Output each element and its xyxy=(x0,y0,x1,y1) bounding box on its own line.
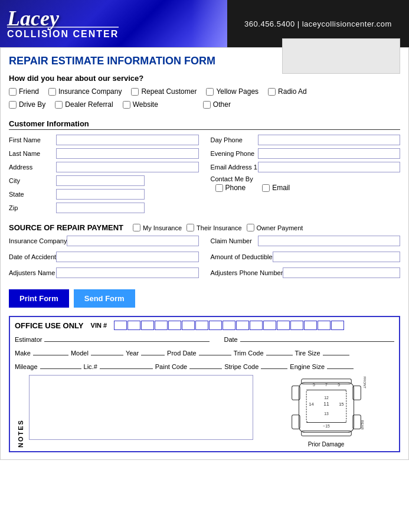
vin-box-16[interactable] xyxy=(318,321,331,330)
make-field[interactable] xyxy=(33,346,68,355)
vin-box-9[interactable] xyxy=(223,321,235,330)
checkbox-other-input[interactable] xyxy=(203,101,211,109)
main-form: REPAIR ESTIMATE INFORMATION FORM How did… xyxy=(0,47,409,460)
city-input[interactable] xyxy=(56,175,145,186)
payment-owner-input[interactable] xyxy=(247,224,254,231)
email-input[interactable] xyxy=(258,162,401,172)
date-field[interactable] xyxy=(240,332,394,342)
checkbox-yellow-pages[interactable]: Yellow Pages xyxy=(206,87,259,96)
vin-box-17[interactable] xyxy=(331,321,344,330)
address-input[interactable] xyxy=(56,162,199,172)
vin-box-8[interactable] xyxy=(209,321,222,330)
model-field[interactable] xyxy=(91,346,123,355)
year-label: Year xyxy=(126,350,139,357)
last-name-input[interactable] xyxy=(56,148,199,159)
checkbox-radio-ad[interactable]: Radio Ad xyxy=(268,87,307,96)
insurance-company-input[interactable] xyxy=(67,236,198,246)
day-phone-input[interactable] xyxy=(258,135,401,145)
svg-rect-3 xyxy=(301,431,351,436)
adjusters-phone-input[interactable] xyxy=(283,267,400,278)
adjusters-phone-label: Adjusters Phone Number xyxy=(211,269,283,276)
checkbox-friend-input[interactable] xyxy=(9,88,17,96)
zip-input[interactable] xyxy=(56,203,145,213)
vin-box-11[interactable] xyxy=(250,321,263,330)
header-logo: Lacey COLLISION CENTER xyxy=(0,0,227,47)
contact-phone-input[interactable] xyxy=(215,184,223,192)
checkbox-insurance-company-input[interactable] xyxy=(48,88,56,96)
left-col: First Name Last Name Address City State … xyxy=(9,135,199,216)
deductible-row: Amount of Deductible xyxy=(211,252,401,262)
insurance-company-label: Insurance Company xyxy=(9,237,67,244)
checkbox-drive-by[interactable]: Drive By xyxy=(9,100,45,109)
evening-phone-input[interactable] xyxy=(258,148,401,159)
payment-owner[interactable]: Owner Payment xyxy=(247,224,303,231)
vin-box-3[interactable] xyxy=(141,321,154,330)
vin-box-5[interactable] xyxy=(168,321,181,330)
notes-area: NOTES xyxy=(15,375,394,448)
checkbox-other[interactable]: Other xyxy=(203,100,231,109)
payment-my-insurance[interactable]: My Insurance xyxy=(133,224,182,231)
payment-their-insurance-input[interactable] xyxy=(186,224,194,231)
payment-section: SOURCE OF REPAIR PAYMENT My Insurance Th… xyxy=(9,223,400,281)
payment-my-insurance-label: My Insurance xyxy=(143,224,182,231)
contact-email-input[interactable] xyxy=(262,184,270,192)
checkbox-dealer-referral-input[interactable] xyxy=(55,101,63,109)
svg-text:5: 5 xyxy=(312,383,315,387)
mileage-field[interactable] xyxy=(40,360,81,369)
claim-number-input[interactable] xyxy=(258,236,401,246)
checkbox-friend[interactable]: Friend xyxy=(9,87,39,96)
checkbox-website-input[interactable] xyxy=(123,101,130,109)
mileage-line: Mileage Lic.# Paint Code Stripe Code Eng… xyxy=(15,360,394,370)
notes-textarea[interactable] xyxy=(29,375,253,440)
logo-text: Lacey COLLISION CENTER xyxy=(7,8,119,40)
checkbox-repeat-customer[interactable]: Repeat Customer xyxy=(131,87,197,96)
print-form-button[interactable]: Print Form xyxy=(9,289,69,308)
vin-box-10[interactable] xyxy=(236,321,249,330)
stripe-code-label: Stripe Code xyxy=(224,363,259,370)
payment-their-insurance[interactable]: Their Insurance xyxy=(186,224,241,231)
trim-code-field[interactable] xyxy=(266,346,293,355)
vin-box-12[interactable] xyxy=(263,321,276,330)
vin-box-7[interactable] xyxy=(195,321,208,330)
checkbox-dealer-referral[interactable]: Dealer Referral xyxy=(55,100,113,109)
contact-phone[interactable]: Phone xyxy=(215,184,246,192)
checkbox-radio-ad-input[interactable] xyxy=(268,88,276,96)
engine-size-field[interactable] xyxy=(327,360,354,369)
vin-box-1[interactable] xyxy=(114,321,127,330)
hear-about-label: How did you hear about our service? xyxy=(9,74,400,83)
checkbox-insurance-company[interactable]: Insurance Company xyxy=(48,87,122,96)
deductible-input[interactable] xyxy=(273,252,400,262)
checkbox-repeat-customer-input[interactable] xyxy=(131,88,139,96)
year-field[interactable] xyxy=(141,346,165,355)
send-form-button[interactable]: Send Form xyxy=(74,289,135,308)
state-input[interactable] xyxy=(56,189,145,200)
vin-box-2[interactable] xyxy=(127,321,140,330)
prod-date-label: Prod Date xyxy=(167,350,197,357)
make-model-line: Make Model Year Prod Date Trim Code Tire… xyxy=(15,346,394,357)
adjusters-name-input[interactable] xyxy=(56,267,199,278)
vin-box-13[interactable] xyxy=(277,321,290,330)
vin-box-15[interactable] xyxy=(304,321,317,330)
tire-size-field[interactable] xyxy=(323,346,349,355)
first-name-input[interactable] xyxy=(56,135,199,145)
email-label: Email Address 1 xyxy=(211,164,258,171)
checkbox-drive-by-input[interactable] xyxy=(9,101,17,109)
vin-box-14[interactable] xyxy=(290,321,303,330)
svg-text:7: 7 xyxy=(325,383,328,387)
checkbox-website[interactable]: Website xyxy=(123,100,158,109)
payment-my-insurance-input[interactable] xyxy=(133,224,140,231)
svg-text:14: 14 xyxy=(309,402,314,407)
lic-field[interactable] xyxy=(100,360,153,369)
estimator-line: Estimator Date xyxy=(15,332,394,343)
prod-date-field[interactable] xyxy=(199,346,231,355)
stripe-code-field[interactable] xyxy=(261,360,287,369)
svg-text:12: 12 xyxy=(324,396,329,400)
date-accident-input[interactable] xyxy=(56,252,198,262)
vin-box-6[interactable] xyxy=(182,321,195,330)
paint-code-field[interactable] xyxy=(189,360,222,369)
vin-box-4[interactable] xyxy=(155,321,168,330)
checkbox-yellow-pages-input[interactable] xyxy=(206,88,214,96)
estimator-field[interactable] xyxy=(44,332,210,342)
contact-email[interactable]: Email xyxy=(262,184,290,192)
adjusters-name-label: Adjusters Name xyxy=(9,269,56,276)
